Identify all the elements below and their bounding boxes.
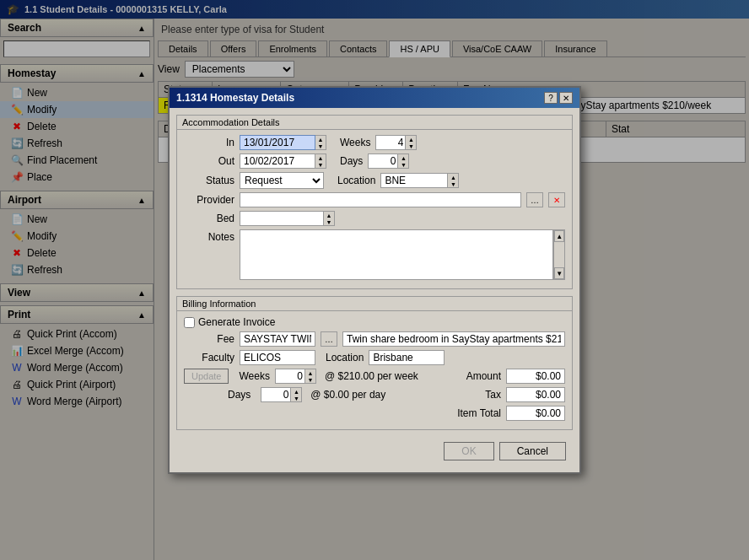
- modal-title-buttons: ? ✕: [544, 92, 573, 104]
- cancel-button[interactable]: Cancel: [499, 442, 566, 460]
- bed-input[interactable]: [240, 211, 324, 226]
- form-row-notes: Notes ▲ ▼: [184, 229, 565, 280]
- notes-scrollbar: ▲ ▼: [553, 229, 565, 280]
- billing-section-content: Generate Invoice Fee … Faculty L: [177, 311, 572, 429]
- provider-label: Provider: [184, 194, 234, 206]
- billing-calc-area: Update Weeks ▲ ▼ @ $210.00 per week: [184, 369, 565, 424]
- out-label: Out: [184, 155, 234, 167]
- days-input[interactable]: [368, 153, 398, 169]
- billing-days-row: Days ▲ ▼ @ $0.00 per day: [184, 387, 418, 402]
- bed-label: Bed: [184, 213, 234, 224]
- status-select[interactable]: Request Confirmed Cancelled: [240, 172, 324, 189]
- out-date-wrap: ▲ ▼: [240, 153, 326, 169]
- faculty-input[interactable]: [240, 350, 315, 365]
- tax-row: Tax: [442, 387, 565, 402]
- item-total-row: Item Total: [442, 406, 565, 421]
- homestay-details-modal: 1.1314 Homestay Details ? ✕ Accommodatio…: [168, 86, 581, 474]
- accommodation-section-content: In ▲ ▼ Weeks ▲: [177, 130, 572, 288]
- item-total-label: Item Total: [442, 407, 501, 419]
- generate-invoice-checkbox[interactable]: [184, 317, 195, 328]
- rate-per-week: @ $210.00 per week: [325, 370, 418, 382]
- billing-left: Update Weeks ▲ ▼ @ $210.00 per week: [184, 369, 418, 424]
- modal-overlay: 1.1314 Homestay Details ? ✕ Accommodatio…: [0, 0, 749, 560]
- provider-input[interactable]: [240, 192, 521, 207]
- billing-weeks-up[interactable]: ▲: [305, 369, 315, 376]
- weeks-spinner: ▲ ▼: [406, 135, 417, 150]
- billing-days-input[interactable]: [261, 387, 291, 402]
- scrollbar-up-button[interactable]: ▲: [554, 230, 564, 242]
- billing-days-up[interactable]: ▲: [291, 388, 301, 395]
- rate-per-day: @ $0.00 per day: [310, 389, 385, 401]
- billing-weeks-wrap: ▲ ▼: [275, 369, 316, 384]
- scrollbar-down-button[interactable]: ▼: [554, 267, 564, 279]
- update-weeks-row: Update Weeks ▲ ▼ @ $210.00 per week: [184, 369, 418, 384]
- scrollbar-track: [554, 242, 564, 267]
- billing-days-spinner: ▲ ▼: [291, 387, 302, 402]
- location-input[interactable]: [380, 173, 448, 188]
- provider-browse-button[interactable]: …: [526, 192, 543, 207]
- faculty-location-row: Faculty Location: [184, 350, 565, 365]
- accommodation-section: Accommodation Details In ▲ ▼ Weeks: [176, 115, 573, 289]
- in-date-input[interactable]: [240, 135, 315, 150]
- modal-footer: OK Cancel: [176, 437, 573, 466]
- in-date-spinner: ▲ ▼: [315, 135, 326, 150]
- bed-wrap: ▲ ▼: [240, 211, 335, 226]
- notes-wrap: ▲ ▼: [240, 229, 565, 280]
- generate-invoice-text: Generate Invoice: [198, 316, 275, 328]
- provider-clear-button[interactable]: ✕: [548, 192, 565, 207]
- billing-weeks-down[interactable]: ▼: [305, 376, 315, 383]
- in-date-down[interactable]: ▼: [315, 143, 326, 149]
- location-wrap: ▲ ▼: [380, 173, 459, 188]
- notes-textarea[interactable]: [240, 229, 553, 280]
- fee-browse-button[interactable]: …: [321, 331, 337, 347]
- status-label: Status: [184, 175, 234, 186]
- out-date-up[interactable]: ▲: [315, 154, 326, 161]
- billing-days-down[interactable]: ▼: [291, 395, 301, 401]
- tax-label: Tax: [442, 389, 501, 401]
- weeks-down[interactable]: ▼: [406, 143, 416, 149]
- generate-invoice-label[interactable]: Generate Invoice: [184, 316, 275, 328]
- days-spinner: ▲ ▼: [398, 153, 409, 169]
- bed-up[interactable]: ▲: [324, 212, 334, 218]
- days-up[interactable]: ▲: [398, 154, 408, 161]
- modal-title-text: 1.1314 Homestay Details: [176, 92, 294, 104]
- modal-content: Accommodation Details In ▲ ▼ Weeks: [170, 108, 579, 472]
- days-down[interactable]: ▼: [398, 161, 408, 168]
- days-wrap: ▲ ▼: [368, 153, 409, 169]
- form-row-bed: Bed ▲ ▼: [184, 211, 565, 226]
- billing-weeks-input[interactable]: [275, 369, 305, 384]
- fee-desc-input[interactable]: [342, 331, 565, 347]
- location-up[interactable]: ▲: [448, 174, 458, 180]
- modal-close-button[interactable]: ✕: [559, 92, 573, 104]
- fee-code-input[interactable]: [240, 331, 315, 347]
- location-down[interactable]: ▼: [448, 180, 458, 187]
- out-date-down[interactable]: ▼: [315, 161, 326, 168]
- days-label: Days: [340, 155, 363, 167]
- location-label: Location: [337, 175, 375, 186]
- fee-label: Fee: [184, 333, 234, 345]
- update-button[interactable]: Update: [184, 369, 229, 384]
- fee-row: Fee …: [184, 331, 565, 347]
- billing-days-label: Days: [228, 389, 251, 401]
- ok-button[interactable]: OK: [444, 442, 493, 460]
- tax-input: [506, 387, 565, 402]
- in-date-wrap: ▲ ▼: [240, 135, 326, 150]
- billing-location-input[interactable]: [369, 350, 445, 365]
- amount-input: [506, 369, 565, 384]
- modal-title-bar: 1.1314 Homestay Details ? ✕: [170, 88, 579, 108]
- generate-invoice-row: Generate Invoice: [184, 316, 565, 328]
- weeks-wrap: ▲ ▼: [375, 135, 417, 150]
- weeks-input[interactable]: [375, 135, 406, 150]
- faculty-label: Faculty: [184, 352, 234, 363]
- billing-weeks-spinner: ▲ ▼: [305, 369, 316, 384]
- modal-help-button[interactable]: ?: [544, 92, 558, 104]
- bed-down[interactable]: ▼: [324, 218, 334, 225]
- out-date-input[interactable]: [240, 153, 315, 169]
- form-row-provider: Provider … ✕: [184, 192, 565, 207]
- amount-label: Amount: [442, 370, 501, 382]
- in-date-up[interactable]: ▲: [315, 136, 326, 143]
- accommodation-section-title: Accommodation Details: [177, 116, 572, 130]
- bed-spinner: ▲ ▼: [324, 211, 335, 226]
- weeks-label: Weeks: [340, 137, 370, 148]
- weeks-up[interactable]: ▲: [406, 136, 416, 143]
